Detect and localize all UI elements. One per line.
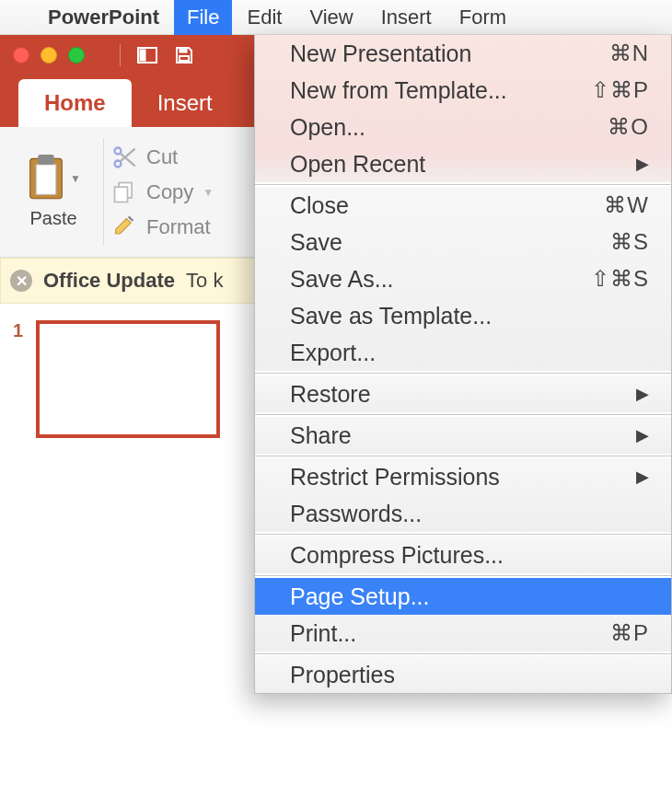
menu-item-label: Export... bbox=[290, 340, 376, 366]
menu-item-label: Save bbox=[290, 229, 342, 256]
menu-restore[interactable]: Restore ▶ bbox=[255, 375, 671, 412]
menu-close[interactable]: Close ⌘W bbox=[255, 187, 671, 224]
menu-separator bbox=[255, 373, 671, 374]
update-body: To k bbox=[186, 269, 223, 293]
svg-rect-6 bbox=[38, 155, 53, 165]
menu-save[interactable]: Save ⌘S bbox=[255, 224, 671, 260]
paste-button[interactable]: ▼ Paste bbox=[11, 133, 96, 251]
titlebar-separator bbox=[120, 44, 121, 66]
copy-label: Copy bbox=[146, 180, 193, 204]
slide-number: 1 bbox=[13, 320, 23, 438]
scissors-icon bbox=[111, 144, 137, 170]
menu-passwords[interactable]: Passwords... bbox=[255, 495, 671, 532]
menu-separator bbox=[255, 414, 671, 415]
submenu-arrow-icon: ▶ bbox=[636, 384, 649, 404]
mac-menubar: PowerPoint File Edit View Insert Form bbox=[0, 0, 672, 35]
ribbon-tab-insert[interactable]: Insert bbox=[132, 79, 238, 127]
menu-item-label: Page Setup... bbox=[290, 583, 430, 610]
menu-save-as[interactable]: Save As... ⇧⌘S bbox=[255, 260, 671, 297]
zoom-window-icon[interactable] bbox=[68, 47, 85, 63]
menu-save-as-template[interactable]: Save as Template... bbox=[255, 297, 671, 334]
menu-separator bbox=[255, 456, 671, 456]
svg-rect-5 bbox=[36, 165, 56, 195]
menubar-edit[interactable]: Edit bbox=[234, 0, 295, 35]
chevron-down-icon: ▼ bbox=[203, 186, 214, 199]
menubar-format[interactable]: Form bbox=[446, 0, 519, 35]
menu-item-label: Open... bbox=[290, 114, 365, 141]
menu-item-shortcut: ⌘W bbox=[604, 192, 649, 218]
menu-item-label: Close bbox=[290, 192, 349, 219]
menu-separator bbox=[255, 534, 671, 535]
menu-item-shortcut: ⌘O bbox=[608, 114, 649, 140]
menubar-file[interactable]: File bbox=[174, 0, 232, 35]
menu-item-label: Save as Template... bbox=[290, 303, 492, 329]
submenu-arrow-icon: ▶ bbox=[636, 154, 649, 174]
menu-item-shortcut: ⌘P bbox=[610, 620, 649, 646]
menu-item-shortcut: ⇧⌘P bbox=[591, 77, 649, 103]
panel-view-icon[interactable] bbox=[133, 44, 161, 66]
menu-item-shortcut: ⇧⌘S bbox=[591, 266, 649, 292]
window-traffic-lights bbox=[13, 47, 85, 63]
menu-item-shortcut: ⌘N bbox=[609, 40, 649, 66]
close-window-icon[interactable] bbox=[13, 47, 29, 63]
svg-rect-2 bbox=[180, 48, 187, 52]
paste-label: Paste bbox=[29, 208, 76, 229]
menu-properties[interactable]: Properties bbox=[255, 656, 671, 693]
svg-point-8 bbox=[115, 147, 122, 154]
menu-export[interactable]: Export... bbox=[255, 334, 671, 371]
minimize-window-icon[interactable] bbox=[41, 47, 57, 63]
copy-button[interactable]: Copy ▼ bbox=[111, 179, 214, 205]
menu-item-label: Print... bbox=[290, 620, 356, 647]
menu-item-label: Compress Pictures... bbox=[290, 542, 504, 569]
cut-label: Cut bbox=[146, 145, 178, 169]
menu-open-recent[interactable]: Open Recent ▶ bbox=[255, 145, 671, 182]
menu-item-label: Share bbox=[290, 422, 352, 449]
close-update-bar-icon[interactable]: ✕ bbox=[10, 270, 32, 292]
menu-new-presentation[interactable]: New Presentation ⌘N bbox=[255, 35, 671, 72]
save-icon[interactable] bbox=[170, 44, 198, 66]
menu-item-label: Open Recent bbox=[290, 151, 425, 178]
format-label: Format bbox=[146, 215, 211, 239]
menu-share[interactable]: Share ▶ bbox=[255, 417, 671, 454]
menu-separator bbox=[255, 184, 671, 185]
copy-icon bbox=[111, 179, 137, 205]
menu-item-label: Save As... bbox=[290, 266, 394, 293]
menu-restrict-permissions[interactable]: Restrict Permissions ▶ bbox=[255, 458, 671, 495]
menu-item-label: Restrict Permissions bbox=[290, 464, 500, 491]
menu-separator bbox=[255, 653, 671, 654]
cut-button[interactable]: Cut bbox=[111, 144, 214, 170]
slide-thumbnail[interactable] bbox=[36, 320, 220, 438]
file-menu-dropdown: New Presentation ⌘N New from Template...… bbox=[254, 35, 672, 694]
svg-point-7 bbox=[115, 160, 122, 167]
update-title: Office Update bbox=[43, 269, 175, 293]
menu-item-label: Passwords... bbox=[290, 501, 422, 527]
format-painter-icon bbox=[111, 214, 137, 240]
svg-rect-1 bbox=[140, 50, 145, 61]
menu-new-from-template[interactable]: New from Template... ⇧⌘P bbox=[255, 72, 671, 109]
menubar-app-name[interactable]: PowerPoint bbox=[35, 0, 172, 35]
menu-separator bbox=[255, 575, 671, 576]
menu-open[interactable]: Open... ⌘O bbox=[255, 109, 671, 145]
menu-print[interactable]: Print... ⌘P bbox=[255, 615, 671, 652]
menu-page-setup[interactable]: Page Setup... bbox=[255, 578, 671, 615]
menu-compress-pictures[interactable]: Compress Pictures... bbox=[255, 537, 671, 573]
chevron-down-icon: ▼ bbox=[70, 172, 81, 185]
ribbon-separator bbox=[103, 138, 104, 246]
menu-item-shortcut: ⌘S bbox=[610, 229, 649, 255]
menubar-view[interactable]: View bbox=[296, 0, 365, 35]
clipboard-actions: Cut Copy ▼ Format bbox=[111, 133, 214, 251]
submenu-arrow-icon: ▶ bbox=[636, 425, 649, 445]
menu-item-label: New Presentation bbox=[290, 40, 471, 67]
menu-item-label: Properties bbox=[290, 662, 395, 688]
clipboard-icon bbox=[26, 155, 66, 202]
menu-item-label: Restore bbox=[290, 381, 371, 408]
menu-item-label: New from Template... bbox=[290, 77, 507, 104]
ribbon-tab-home[interactable]: Home bbox=[18, 79, 132, 127]
submenu-arrow-icon: ▶ bbox=[636, 467, 649, 487]
svg-rect-3 bbox=[180, 56, 189, 61]
svg-rect-10 bbox=[115, 187, 128, 202]
format-painter-button[interactable]: Format bbox=[111, 214, 214, 240]
menubar-insert[interactable]: Insert bbox=[368, 0, 445, 35]
